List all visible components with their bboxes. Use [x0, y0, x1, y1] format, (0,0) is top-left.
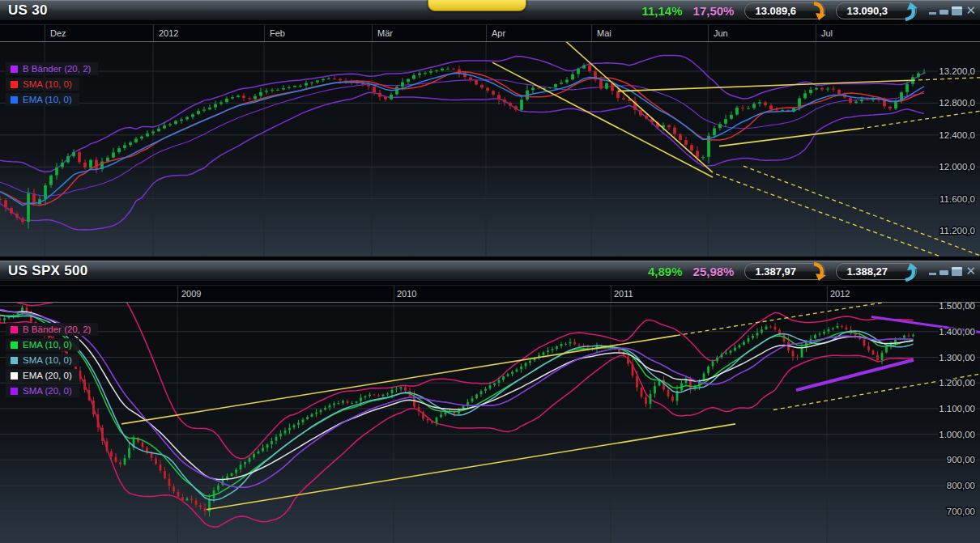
- us30-header-right: 11,14% 17,50% 13.089,6 13.090,3 ✕: [642, 2, 980, 19]
- time-axis-tick: [394, 286, 394, 302]
- legend-label: EMA (20, 0): [23, 371, 72, 380]
- time-axis-label: Jul: [821, 28, 833, 38]
- legend-label: SMA (10, 0): [23, 355, 72, 365]
- sell-price: 1.387,97: [755, 265, 796, 278]
- spx-header-right: 4,89% 25,98% 1.387,97 1.388,27 ✕: [648, 263, 980, 280]
- change-percent-green: 4,89%: [648, 265, 683, 278]
- time-axis-tick: [708, 25, 709, 41]
- arrow-down-icon: [811, 2, 827, 21]
- svg-text:12.800,0: 12.800,0: [939, 98, 975, 108]
- time-axis-tick: [153, 25, 154, 41]
- time-axis-tick: [827, 286, 828, 302]
- legend-item[interactable]: EMA (10, 0): [6, 93, 79, 106]
- restore-icon[interactable]: [940, 270, 948, 275]
- time-axis-label: Mär: [377, 28, 393, 38]
- legend-label: B Bänder (20, 2): [23, 64, 91, 74]
- legend-item[interactable]: SMA (20, 0): [6, 384, 79, 397]
- svg-text:11.600,0: 11.600,0: [940, 194, 975, 204]
- time-axis-tick: [45, 25, 45, 41]
- svg-text:1.000,00: 1.000,00: [939, 430, 975, 439]
- time-axis-tick: [591, 25, 592, 41]
- time-axis-label: Dez: [50, 28, 66, 38]
- svg-text:12.000,0: 12.000,0: [939, 162, 975, 172]
- svg-text:1.300,00: 1.300,00: [939, 353, 975, 363]
- time-axis-label: 2010: [397, 289, 416, 299]
- change-percent-green: 11,14%: [642, 4, 683, 18]
- spx-time-axis[interactable]: 2009201020112012: [0, 285, 980, 303]
- legend-item[interactable]: EMA (20, 0): [6, 369, 79, 382]
- svg-text:13.200,0: 13.200,0: [939, 66, 975, 76]
- buy-price-button[interactable]: 13.090,3: [836, 2, 917, 19]
- spx-legend: B Bänder (20, 2)EMA (10, 0)SMA (10, 0)EM…: [6, 323, 98, 397]
- time-axis-tick: [264, 25, 265, 41]
- svg-text:1.400,00: 1.400,00: [939, 327, 975, 337]
- spx-chart-canvas[interactable]: 1.500,001.400,001.300,001.200,001.100,00…: [0, 303, 980, 543]
- svg-text:1.200,00: 1.200,00: [939, 378, 975, 388]
- svg-text:700,00: 700,00: [947, 507, 975, 516]
- minimize-icon[interactable]: [929, 273, 936, 275]
- buy-price-button[interactable]: 1.388,27: [836, 263, 917, 280]
- maximize-icon[interactable]: [952, 267, 962, 276]
- legend-swatch-icon: [11, 372, 18, 380]
- us30-time-axis[interactable]: Dez2012FebMärAprMaiJunJul: [0, 24, 980, 42]
- restore-icon[interactable]: [940, 10, 948, 15]
- maximize-icon[interactable]: [952, 6, 962, 15]
- svg-text:1.500,00: 1.500,00: [939, 303, 975, 311]
- legend-swatch-icon: [11, 66, 18, 73]
- legend-item[interactable]: B Bänder (20, 2): [6, 323, 98, 336]
- spx-header[interactable]: US SPX 500 4,89% 25,98% 1.387,97 1.388,2…: [0, 261, 980, 282]
- demo-account-button[interactable]: Demo Konto: [428, 0, 526, 11]
- panel-spx500: US SPX 500 4,89% 25,98% 1.387,97 1.388,2…: [0, 261, 980, 543]
- svg-text:1.100,00: 1.100,00: [939, 404, 975, 414]
- window-controls: ✕: [929, 267, 976, 276]
- instrument-title: US SPX 500: [0, 263, 87, 279]
- us30-chart-canvas[interactable]: 13.200,012.800,012.400,012.000,011.600,0…: [0, 42, 980, 257]
- us30-legend: B Bänder (20, 2)SMA (10, 0)EMA (10, 0): [6, 62, 98, 106]
- close-icon[interactable]: ✕: [965, 266, 976, 275]
- legend-swatch-icon: [11, 341, 18, 349]
- svg-text:900,00: 900,00: [947, 455, 975, 465]
- sell-price-button[interactable]: 1.387,97: [744, 263, 825, 280]
- legend-item[interactable]: B Bänder (20, 2): [6, 62, 98, 75]
- time-axis-label: Mai: [597, 28, 611, 38]
- legend-item[interactable]: SMA (10, 0): [6, 78, 79, 91]
- time-axis-tick: [816, 25, 816, 41]
- time-axis-label: 2011: [614, 289, 633, 299]
- svg-text:800,00: 800,00: [947, 481, 975, 490]
- arrow-up-icon: [902, 262, 918, 282]
- time-axis-label: Apr: [492, 28, 505, 38]
- sell-price-button[interactable]: 13.089,6: [744, 2, 825, 19]
- legend-label: EMA (10, 0): [23, 95, 72, 104]
- time-axis-label: 2009: [181, 289, 201, 299]
- minimize-icon[interactable]: [929, 12, 936, 15]
- legend-label: SMA (10, 0): [23, 79, 72, 89]
- legend-item[interactable]: SMA (10, 0): [6, 354, 79, 367]
- legend-item[interactable]: EMA (10, 0): [6, 338, 79, 351]
- change-percent-pink: 25,98%: [693, 265, 735, 278]
- time-axis-tick: [486, 25, 487, 41]
- legend-label: EMA (10, 0): [23, 340, 72, 350]
- time-axis-tick: [611, 286, 611, 302]
- legend-label: B Bänder (20, 2): [23, 325, 91, 334]
- legend-swatch-icon: [11, 96, 18, 104]
- close-icon[interactable]: ✕: [965, 6, 976, 15]
- time-axis-tick: [372, 25, 373, 41]
- instrument-title: US 30: [0, 2, 48, 19]
- svg-text:11.200,0: 11.200,0: [940, 226, 975, 235]
- legend-swatch-icon: [11, 326, 18, 333]
- time-axis-label: Feb: [270, 28, 285, 38]
- time-axis-label: 2012: [159, 28, 178, 38]
- arrow-down-icon: [811, 262, 827, 282]
- svg-text:12.400,0: 12.400,0: [939, 130, 975, 140]
- change-percent-pink: 17,50%: [693, 4, 735, 18]
- window-controls: ✕: [929, 6, 976, 15]
- time-axis-label: 2012: [830, 289, 850, 299]
- panel-us30: US 30 11,14% 17,50% 13.089,6 13.090,3 ✕ …: [0, 0, 980, 261]
- legend-swatch-icon: [11, 357, 18, 364]
- legend-label: SMA (20, 0): [23, 386, 72, 396]
- legend-swatch-icon: [11, 388, 18, 395]
- sell-price: 13.089,6: [755, 5, 796, 17]
- time-axis-label: Jun: [714, 28, 728, 38]
- arrow-up-icon: [902, 2, 918, 21]
- time-axis-tick: [177, 286, 178, 302]
